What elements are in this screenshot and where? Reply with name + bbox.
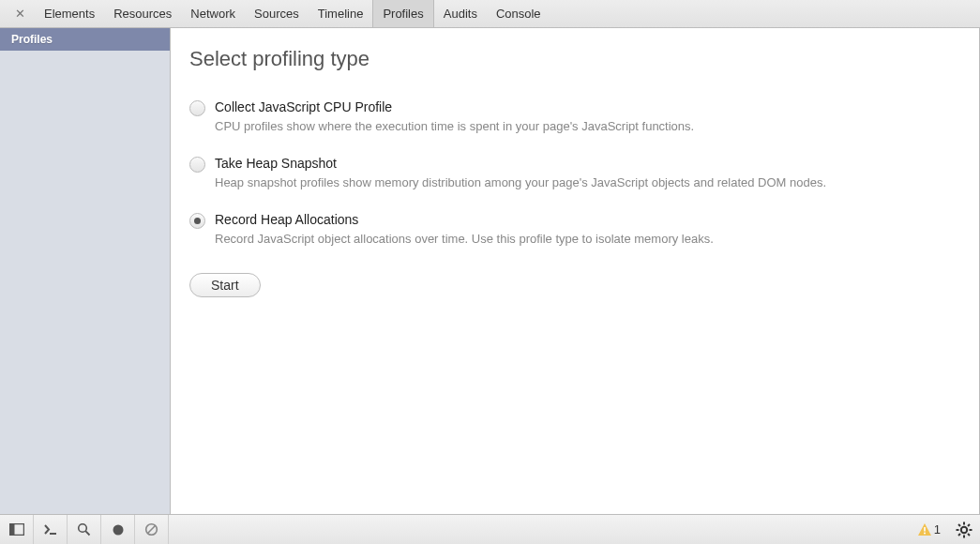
main-panel: Select profiling type Collect JavaScript… [171, 28, 980, 514]
svg-point-9 [924, 533, 926, 535]
record-icon[interactable] [101, 515, 135, 544]
option-label[interactable]: Collect JavaScript CPU Profile [215, 99, 956, 114]
tab-console[interactable]: Console [487, 0, 550, 27]
option-description: Record JavaScript object allocations ove… [215, 231, 956, 248]
svg-point-5 [113, 524, 123, 535]
radio-button[interactable] [189, 157, 205, 173]
tab-network[interactable]: Network [181, 0, 245, 27]
search-icon[interactable] [68, 515, 101, 544]
svg-line-15 [958, 524, 960, 526]
warnings-badge[interactable]: 1 [911, 522, 948, 536]
svg-line-7 [147, 525, 155, 533]
page-title: Select profiling type [189, 47, 956, 71]
warning-triangle-icon [918, 523, 931, 536]
radio-button[interactable] [189, 100, 205, 116]
dock-side-icon[interactable] [0, 515, 34, 544]
devtools-top-tabs: ✕ ElementsResourcesNetworkSourcesTimelin… [0, 0, 980, 28]
warnings-count: 1 [934, 522, 941, 536]
svg-point-10 [961, 526, 967, 532]
svg-rect-1 [9, 524, 14, 536]
tab-profiles[interactable]: Profiles [372, 0, 433, 27]
option-description: CPU profiles show where the execution ti… [215, 118, 956, 135]
svg-line-16 [968, 534, 970, 536]
start-button[interactable]: Start [189, 273, 261, 297]
profiling-option: Collect JavaScript CPU ProfileCPU profil… [189, 99, 956, 135]
sidebar: Profiles [0, 28, 171, 514]
tab-timeline[interactable]: Timeline [309, 0, 373, 27]
main-area: Profiles Select profiling type Collect J… [0, 28, 980, 514]
option-label[interactable]: Take Heap Snapshot [215, 156, 956, 171]
sidebar-title: Profiles [0, 28, 170, 51]
tab-audits[interactable]: Audits [434, 0, 487, 27]
close-icon[interactable]: ✕ [6, 7, 35, 21]
bottom-toolbar: 1 [0, 514, 980, 544]
tab-sources[interactable]: Sources [245, 0, 309, 27]
settings-gear-icon[interactable] [948, 521, 980, 538]
option-label[interactable]: Record Heap Allocations [215, 212, 956, 227]
console-toggle-icon[interactable] [34, 515, 68, 544]
svg-line-17 [958, 534, 960, 536]
clear-icon[interactable] [135, 515, 169, 544]
tab-resources[interactable]: Resources [104, 0, 181, 27]
profiling-option: Record Heap AllocationsRecord JavaScript… [189, 212, 956, 248]
tab-elements[interactable]: Elements [35, 0, 104, 27]
radio-button[interactable] [189, 213, 205, 229]
option-description: Heap snapshot profiles show memory distr… [215, 174, 956, 191]
svg-line-4 [85, 531, 89, 535]
profiling-option: Take Heap SnapshotHeap snapshot profiles… [189, 156, 956, 191]
svg-point-3 [79, 524, 87, 533]
svg-line-18 [968, 524, 970, 526]
